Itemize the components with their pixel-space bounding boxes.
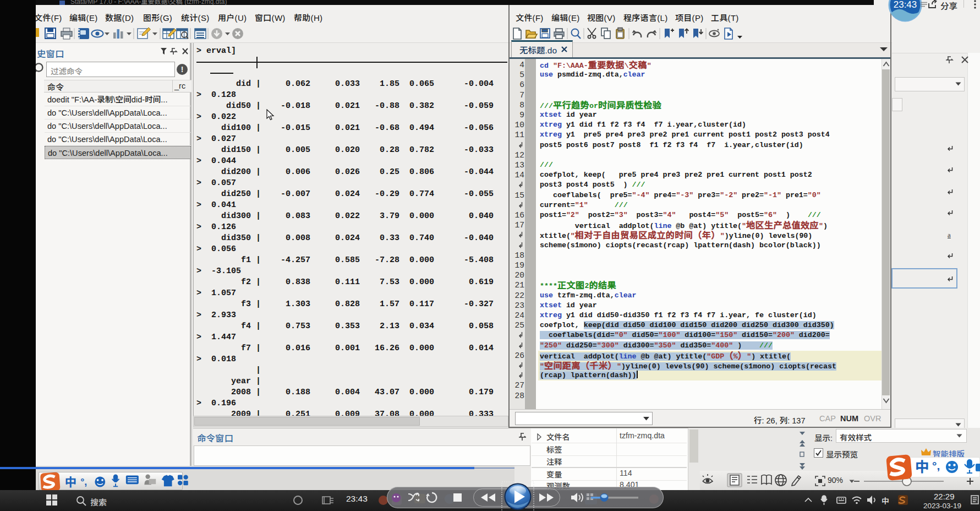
svg-text:°,: °, [80,476,87,487]
svg-text:°,: °, [932,459,940,472]
svg-text:23:43: 23:43 [894,0,917,10]
svg-text:中: 中 [65,473,76,490]
svg-text:中: 中 [882,495,889,506]
svg-text:中: 中 [915,456,929,476]
